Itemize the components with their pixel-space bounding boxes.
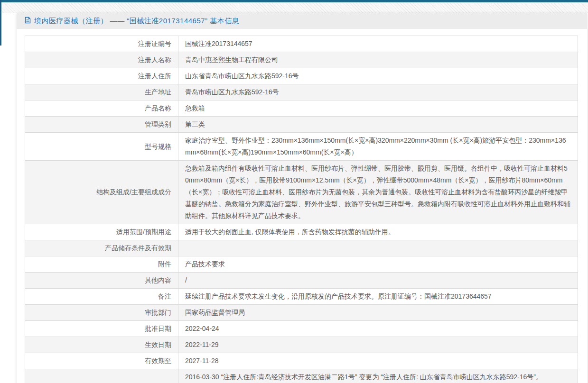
row-label: 注册证编号 — [25, 36, 178, 52]
table-row: 注册人住所山东省青岛市崂山区九水东路592-16号 — [25, 68, 578, 84]
table-row: 注册证编号国械注准20173144657 — [25, 36, 578, 52]
row-label: 有效期至 — [25, 353, 178, 369]
row-value: 急救箱及箱内组件有吸收性可溶止血材料、医用纱布片、弹性绷带、医用胶带、眼用剪、医… — [178, 161, 578, 224]
row-value: 2016-03-30 “注册人住所:青岛经济技术开发区油港二路1号” 变更为 “… — [178, 369, 578, 383]
row-value: 家庭治疗室型、野外作业型：230mm×136mm×150mm(长×宽×高)320… — [178, 133, 578, 161]
table-row: 适用范围/预期用途适用于较大的创面止血, 仅限体表使用，所含药物发挥抗菌的辅助作… — [25, 224, 578, 240]
table-row: 附件产品技术要求 — [25, 256, 578, 273]
row-value: 第三类 — [178, 117, 578, 133]
table-row: 其他内容/ — [25, 273, 578, 289]
table-row: 注册人名称青岛中惠圣熙生物工程有限公司 — [25, 52, 578, 68]
row-label: 适用范围/预期用途 — [25, 224, 178, 240]
row-label: 产品名称 — [25, 100, 178, 117]
content-area: 注册证编号国械注准20173144657注册人名称青岛中惠圣熙生物工程有限公司注… — [17, 29, 587, 383]
table-row: 产品名称急救箱 — [25, 100, 578, 117]
row-label: 备注 — [25, 289, 178, 305]
table-row: 生产地址青岛市崂山区九水东路592-16号 — [25, 84, 578, 100]
left-edge-accent — [0, 0, 1, 46]
row-value: 适用于较大的创面止血, 仅限体表使用，所含药物发挥抗菌的辅助作用。 — [178, 224, 578, 240]
row-value-line: 2016-03-30 “注册人住所:青岛经济技术开发区油港二路1号” 变更为 “… — [185, 371, 571, 383]
table-row: 型号规格家庭治疗室型、野外作业型：230mm×136mm×150mm(长×宽×高… — [25, 133, 578, 161]
row-value: 急救箱 — [178, 100, 578, 117]
row-value: 延续注册产品技术要求未发生变化，沿用原核发的产品技术要求。原注册证编号：国械注准… — [178, 289, 578, 305]
table-row: 有效期至2027-11-28 — [25, 353, 578, 369]
row-label: 型号规格 — [25, 133, 178, 161]
registration-table-body: 注册证编号国械注准20173144657注册人名称青岛中惠圣熙生物工程有限公司注… — [25, 36, 578, 383]
page-title: 境内医疗器械（注册） —— “国械注准20173144657” 基本信息 — [34, 17, 239, 26]
table-row: 结构及组成/主要组成成分急救箱及箱内组件有吸收性可溶止血材料、医用纱布片、弹性绷… — [25, 161, 578, 224]
row-value: 青岛中惠圣熙生物工程有限公司 — [178, 52, 578, 68]
row-value — [178, 240, 578, 256]
row-label: 批准日期 — [25, 321, 178, 337]
row-value: 2022-04-24 — [178, 321, 578, 337]
row-label: 管理类别 — [25, 117, 178, 133]
hatch-pattern-band — [0, 2, 588, 13]
row-label: 产品储存条件及有效期 — [25, 240, 178, 256]
row-label — [25, 369, 178, 383]
row-label: 其他内容 — [25, 273, 178, 289]
document-icon — [25, 17, 31, 26]
row-label: 结构及组成/主要组成成分 — [25, 161, 178, 224]
row-label: 注册人住所 — [25, 68, 178, 84]
table-row: 2016-03-30 “注册人住所:青岛经济技术开发区油港二路1号” 变更为 “… — [25, 369, 578, 383]
row-value: 国家药品监督管理局 — [178, 305, 578, 321]
row-value: 2022-11-29 — [178, 337, 578, 353]
row-value: 产品技术要求 — [178, 256, 578, 273]
row-value: 青岛市崂山区九水东路592-16号 — [178, 84, 578, 100]
table-row: 生效日期2022-11-29 — [25, 337, 578, 353]
row-value: 山东省青岛市崂山区九水东路592-16号 — [178, 68, 578, 84]
table-row: 备注延续注册产品技术要求未发生变化，沿用原核发的产品技术要求。原注册证编号：国械… — [25, 289, 578, 305]
page-title-bar: 境内医疗器械（注册） —— “国械注准20173144657” 基本信息 — [17, 13, 587, 29]
table-row: 审批部门国家药品监督管理局 — [25, 305, 578, 321]
row-value: 2027-11-28 — [178, 353, 578, 369]
table-row: 管理类别第三类 — [25, 117, 578, 133]
table-row: 产品储存条件及有效期 — [25, 240, 578, 256]
row-label: 附件 — [25, 256, 178, 273]
table-row: 批准日期2022-04-24 — [25, 321, 578, 337]
row-value: / — [178, 273, 578, 289]
main-container: 境内医疗器械（注册） —— “国械注准20173144657” 基本信息 注册证… — [17, 13, 587, 383]
row-label: 生效日期 — [25, 337, 178, 353]
row-label: 生产地址 — [25, 84, 178, 100]
row-value: 国械注准20173144657 — [178, 36, 578, 52]
row-label: 审批部门 — [25, 305, 178, 321]
row-label: 注册人名称 — [25, 52, 178, 68]
registration-table: 注册证编号国械注准20173144657注册人名称青岛中惠圣熙生物工程有限公司注… — [25, 36, 578, 383]
